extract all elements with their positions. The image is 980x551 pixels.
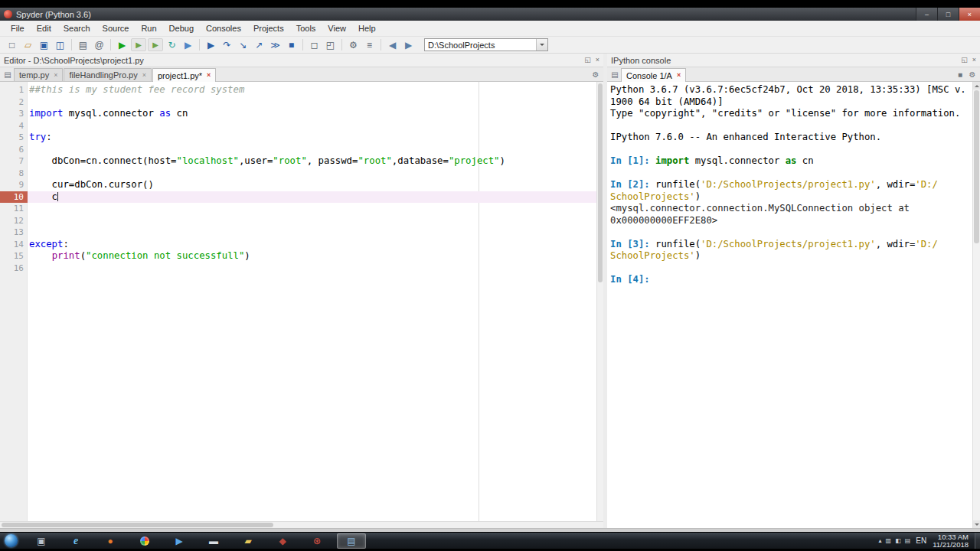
forward-icon[interactable]: ▶ bbox=[400, 37, 416, 52]
step-return-icon[interactable]: ↗ bbox=[251, 37, 267, 52]
taskbar-app-maroon[interactable]: ◆ bbox=[268, 533, 297, 549]
combo-dropdown-icon[interactable] bbox=[536, 39, 547, 51]
action-center-icon[interactable]: ▤ bbox=[905, 538, 911, 544]
line-number[interactable]: 8 bbox=[0, 168, 28, 180]
scroll-up-icon[interactable] bbox=[973, 82, 980, 90]
line-number[interactable]: 12 bbox=[0, 215, 28, 227]
tab-options-icon[interactable]: ⚙ bbox=[590, 70, 602, 79]
taskbar-app-orange[interactable]: ● bbox=[96, 533, 125, 549]
line-number[interactable]: 6 bbox=[0, 144, 28, 156]
debug-file-icon[interactable]: ▶ bbox=[203, 37, 219, 52]
preferences-icon[interactable]: ⚙ bbox=[345, 37, 361, 52]
close-pane-icon[interactable]: × bbox=[596, 57, 599, 64]
line-number[interactable]: 3 bbox=[0, 108, 28, 120]
rerun-cell-icon[interactable]: ↻ bbox=[164, 37, 180, 52]
browse-tabs-icon[interactable]: ▤ bbox=[609, 70, 621, 79]
line-number[interactable]: 14 bbox=[0, 239, 28, 251]
code-line[interactable]: 12 bbox=[0, 215, 603, 227]
menu-run[interactable]: Run bbox=[135, 21, 162, 35]
menu-file[interactable]: File bbox=[5, 21, 31, 35]
scrollbar-thumb[interactable] bbox=[598, 83, 603, 282]
line-number[interactable]: 15 bbox=[0, 250, 28, 262]
menu-source[interactable]: Source bbox=[96, 21, 136, 35]
taskbar-app-window[interactable]: ▣ bbox=[27, 533, 56, 549]
network-icon[interactable]: ▥ bbox=[886, 538, 892, 544]
undock-pane-icon[interactable]: ◱ bbox=[961, 57, 968, 64]
menu-consoles[interactable]: Consoles bbox=[200, 21, 247, 35]
minimize-button[interactable]: – bbox=[916, 8, 937, 21]
editor-vertical-scrollbar[interactable] bbox=[596, 82, 603, 521]
code-line[interactable]: 16 bbox=[0, 262, 603, 275]
maximize-button[interactable]: □ bbox=[937, 8, 959, 21]
print-icon[interactable]: ▤ bbox=[75, 37, 91, 52]
undock-pane-icon[interactable]: ◱ bbox=[584, 57, 591, 64]
menu-search[interactable]: Search bbox=[57, 21, 96, 35]
title-bar[interactable]: Spyder (Python 3.6) –□× bbox=[0, 8, 980, 21]
menu-debug[interactable]: Debug bbox=[163, 21, 200, 35]
code-editor[interactable]: 1##this is my student fee record system2… bbox=[0, 82, 603, 521]
code-line[interactable]: 4 bbox=[0, 120, 603, 132]
menu-projects[interactable]: Projects bbox=[247, 21, 290, 35]
taskbar-terminal[interactable]: ▬ bbox=[199, 533, 228, 549]
close-pane-icon[interactable]: × bbox=[972, 57, 976, 64]
hidden-icons-icon[interactable]: ▴ bbox=[879, 538, 882, 544]
line-number[interactable]: 11 bbox=[0, 203, 28, 215]
language-indicator[interactable]: EN bbox=[916, 536, 926, 545]
tab-close-icon[interactable]: × bbox=[142, 72, 146, 79]
line-number[interactable]: 2 bbox=[0, 96, 28, 109]
tab-close-icon[interactable]: × bbox=[54, 72, 57, 79]
code-line[interactable]: 6 bbox=[0, 144, 603, 156]
console-tab[interactable]: Console 1/A × bbox=[621, 68, 686, 82]
volume-icon[interactable]: ◧ bbox=[895, 538, 901, 544]
code-line[interactable]: 5try: bbox=[0, 132, 603, 144]
tab-close-icon[interactable]: × bbox=[207, 72, 211, 79]
continue-execution-icon[interactable]: ≫ bbox=[267, 37, 283, 52]
line-number[interactable]: 16 bbox=[0, 262, 28, 275]
taskbar-spyder[interactable]: ⊛ bbox=[302, 533, 332, 549]
maximize-pane-icon[interactable]: ◻ bbox=[306, 37, 322, 52]
taskbar-python-app[interactable]: ▤ bbox=[337, 533, 366, 549]
run-selection-icon[interactable]: ▶ bbox=[180, 37, 196, 52]
line-number[interactable]: 10 bbox=[0, 191, 28, 204]
code-line[interactable]: 9 cur=dbCon.cursor() bbox=[0, 179, 603, 191]
code-line[interactable]: 11 bbox=[0, 203, 603, 215]
code-line[interactable]: 13 bbox=[0, 227, 603, 239]
new-file-icon[interactable]: □ bbox=[4, 37, 20, 52]
code-line[interactable]: 1##this is my student fee record system bbox=[0, 84, 603, 96]
line-number[interactable]: 1 bbox=[0, 84, 28, 96]
menu-edit[interactable]: Edit bbox=[31, 21, 57, 35]
menu-help[interactable]: Help bbox=[352, 21, 382, 35]
file-switcher-icon[interactable]: @ bbox=[91, 37, 107, 52]
run-file-icon[interactable]: ▶ bbox=[114, 37, 130, 52]
taskbar-internet-explorer[interactable]: e bbox=[61, 533, 90, 549]
menu-tools[interactable]: Tools bbox=[290, 21, 322, 35]
line-number[interactable]: 4 bbox=[0, 120, 28, 132]
code-line[interactable]: 2 bbox=[0, 96, 603, 109]
editor-tab-project1py[interactable]: project1.py*× bbox=[152, 68, 216, 82]
save-all-icon[interactable]: ◫ bbox=[52, 37, 68, 52]
editor-tab-fileHandlingPropy[interactable]: fileHandlingPro.py× bbox=[64, 68, 152, 81]
open-file-icon[interactable]: ▱ bbox=[20, 37, 36, 52]
close-button[interactable]: × bbox=[959, 8, 980, 21]
step-into-icon[interactable]: ↘ bbox=[235, 37, 251, 52]
save-file-icon[interactable]: ▣ bbox=[36, 37, 52, 52]
stop-debug-icon[interactable]: ■ bbox=[283, 37, 299, 52]
back-icon[interactable]: ◀ bbox=[384, 37, 400, 52]
line-number[interactable]: 7 bbox=[0, 155, 28, 168]
console-output[interactable]: Python 3.6.7 (v3.6.7:6ec5cf24b7, Oct 20 … bbox=[607, 82, 972, 528]
show-desktop-button[interactable] bbox=[975, 533, 980, 549]
interrupt-kernel-icon[interactable]: ■ bbox=[954, 70, 966, 79]
fullscreen-icon[interactable]: ◰ bbox=[322, 37, 338, 52]
path-manager-icon[interactable]: ≡ bbox=[361, 37, 377, 52]
taskbar-media-player[interactable]: ▶ bbox=[165, 533, 194, 549]
editor-tab-temppy[interactable]: temp.py× bbox=[14, 68, 63, 81]
working-directory-combo[interactable]: D:\SchoolProjects bbox=[424, 38, 548, 51]
run-cell-advance-icon[interactable]: ▶ bbox=[148, 38, 163, 51]
browse-tabs-icon[interactable]: ▤ bbox=[2, 70, 14, 79]
code-line[interactable]: 8 bbox=[0, 168, 603, 180]
code-line[interactable]: 7 dbCon=cn.connect(host="localhost",user… bbox=[0, 155, 603, 168]
code-line[interactable]: 14except: bbox=[0, 239, 603, 251]
code-line[interactable]: 10 c bbox=[0, 191, 603, 204]
taskbar-chrome[interactable] bbox=[130, 533, 159, 549]
start-button[interactable] bbox=[5, 534, 18, 547]
